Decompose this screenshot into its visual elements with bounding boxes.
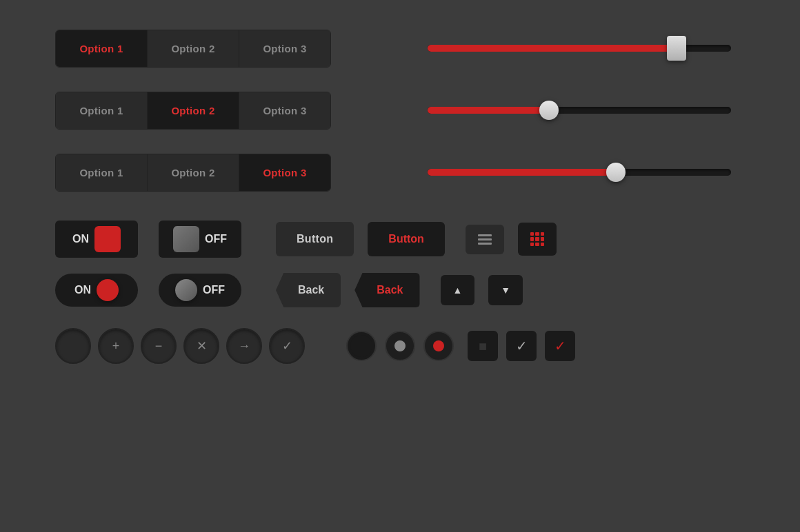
back-button-active[interactable]: Back <box>354 273 419 307</box>
slider-fill-3 <box>428 169 616 176</box>
radio-group <box>346 331 454 361</box>
checkbox-empty-icon: ■ <box>479 338 487 354</box>
radio-dot-red[interactable] <box>423 331 454 361</box>
segment-option-2-2[interactable]: Option 2 <box>148 92 239 129</box>
list-icon-normal <box>478 234 492 245</box>
toggle-pill-thumb-off <box>175 279 197 301</box>
radio-inner-gray <box>394 340 406 351</box>
toggle-rect-off[interactable]: OFF <box>159 221 241 258</box>
arrow-circle-button[interactable]: → <box>226 328 262 364</box>
button-active[interactable]: Button <box>368 222 445 256</box>
slider-thumb-1[interactable] <box>667 36 686 61</box>
empty-circle-button[interactable] <box>55 328 91 364</box>
icon-circles-group: + − ✕ → ✓ <box>55 328 305 364</box>
checkbox-gray-icon: ✓ <box>516 338 528 354</box>
slider-track-1 <box>428 45 731 52</box>
radio-dot-filled-dark[interactable] <box>346 331 377 361</box>
segment-row-2: Option 1 Option 2 Option 3 <box>55 90 745 131</box>
back-button-normal[interactable]: Back <box>276 273 341 307</box>
toggle-pill-off-label: OFF <box>203 284 225 296</box>
checkbox-group: ■ ✓ ✓ <box>468 331 575 361</box>
plus-icon: + <box>112 339 120 354</box>
list-icon-button-normal[interactable] <box>466 225 504 254</box>
button-normal[interactable]: Button <box>276 222 354 256</box>
arrow-down-icon: ▼ <box>501 285 510 296</box>
back-btn-container-normal: Back <box>276 273 341 307</box>
back-btn-container-active: Back <box>354 273 419 307</box>
main-container: Option 1 Option 2 Option 3 Option 1 Opti… <box>0 0 800 532</box>
segment-option-3-2[interactable]: Option 2 <box>148 154 239 191</box>
toggle-rect-thumb-on <box>94 226 121 252</box>
controls-row-1: ON OFF Button Button <box>55 221 745 258</box>
radio-dot-gray[interactable] <box>385 331 415 361</box>
segment-option-1-3[interactable]: Option 3 <box>239 30 330 67</box>
close-circle-button[interactable]: ✕ <box>183 328 219 364</box>
slider-track-3 <box>428 169 731 176</box>
toggle-pill-thumb-on <box>97 279 119 301</box>
toggle-pill-on[interactable]: ON <box>55 274 138 307</box>
checkbox-square-empty[interactable]: ■ <box>468 331 498 361</box>
plus-circle-button[interactable]: + <box>98 328 134 364</box>
grid-icon-active <box>530 232 544 246</box>
check-icon: ✓ <box>282 338 292 354</box>
segment-row-1: Option 1 Option 2 Option 3 <box>55 28 745 69</box>
toggle-rect-thumb-off <box>173 226 199 252</box>
toggle-pill-on-label: ON <box>74 284 91 296</box>
slider-thumb-2[interactable] <box>539 101 559 120</box>
segment-group-1: Option 1 Option 2 Option 3 <box>55 30 331 68</box>
minus-circle-button[interactable]: − <box>141 328 177 364</box>
arrow-down-button[interactable]: ▼ <box>488 275 523 305</box>
segment-option-2-1[interactable]: Option 1 <box>56 92 148 129</box>
toggle-rect-off-label: OFF <box>205 233 227 245</box>
segment-group-3: Option 1 Option 2 Option 3 <box>55 154 331 192</box>
segment-group-2: Option 1 Option 2 Option 3 <box>55 92 331 130</box>
checkbox-square-red[interactable]: ✓ <box>545 331 575 361</box>
arrow-up-button[interactable]: ▲ <box>441 275 475 305</box>
radio-inner-dark <box>350 335 372 357</box>
close-icon: ✕ <box>197 338 207 354</box>
slider-3[interactable] <box>428 152 731 193</box>
slider-fill-2 <box>428 107 549 114</box>
segment-option-1-1[interactable]: Option 1 <box>56 30 148 67</box>
segment-option-3-3[interactable]: Option 3 <box>239 154 330 191</box>
toggle-pill-off[interactable]: OFF <box>159 274 241 307</box>
toggle-rect-on-label: ON <box>72 233 89 245</box>
icon-row: + − ✕ → ✓ <box>55 328 745 364</box>
slider-2[interactable] <box>428 90 731 131</box>
segment-option-3-1[interactable]: Option 1 <box>56 154 148 191</box>
slider-track-2 <box>428 107 731 114</box>
checkbox-square-gray[interactable]: ✓ <box>506 331 537 361</box>
arrow-icon: → <box>238 339 250 354</box>
grid-icon-button-active[interactable] <box>518 223 557 256</box>
minus-icon: − <box>155 339 163 354</box>
controls-row-2: ON OFF Back Back ▲ ▼ <box>55 273 745 307</box>
slider-1[interactable] <box>428 28 731 69</box>
slider-fill-1 <box>428 45 677 52</box>
checkbox-red-icon: ✓ <box>554 338 566 354</box>
segment-option-2-3[interactable]: Option 3 <box>239 92 330 129</box>
toggle-rect-on[interactable]: ON <box>55 221 138 258</box>
slider-thumb-3[interactable] <box>606 163 626 182</box>
radio-inner-red <box>433 340 444 351</box>
check-circle-button[interactable]: ✓ <box>269 328 305 364</box>
segment-option-1-2[interactable]: Option 2 <box>148 30 239 67</box>
segment-row-3: Option 1 Option 2 Option 3 <box>55 152 745 193</box>
arrow-up-icon: ▲ <box>453 285 463 296</box>
